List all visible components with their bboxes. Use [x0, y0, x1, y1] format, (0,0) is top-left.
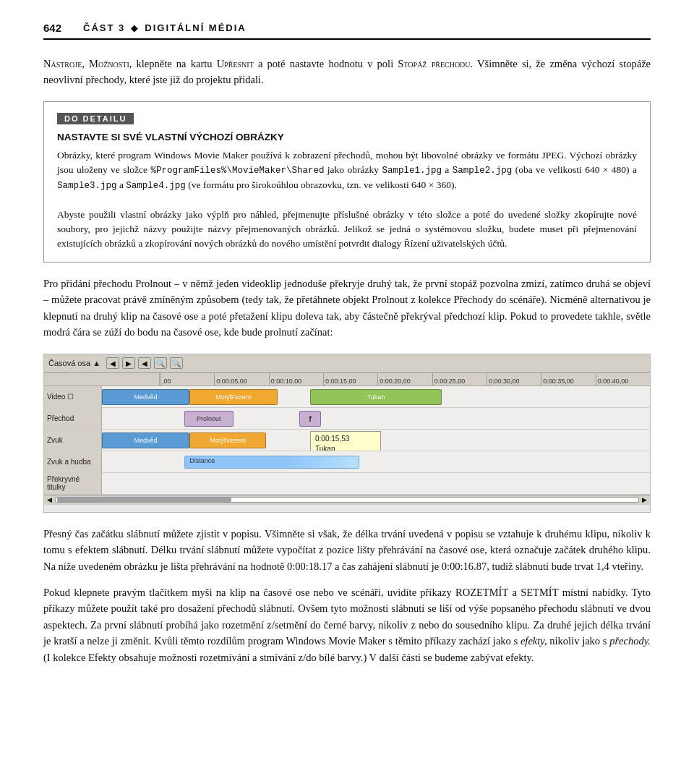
timeline-row-zvuk-hudba: Zvuk a hudba Distance	[44, 451, 650, 473]
scroll-left-arrow[interactable]: ◀	[47, 496, 52, 503]
ruler-tick-7: 0:00:35,00	[541, 373, 595, 385]
detail-text-5: a	[117, 179, 127, 190]
row-content-prechod: Prolnout f	[102, 408, 650, 429]
scroll-thumb[interactable]	[57, 498, 231, 502]
ruler-tick-5: 0:00:25,00	[432, 373, 487, 385]
detail-mono-1: %ProgramFiles%\MovieMaker\Shared	[150, 166, 324, 176]
p4-setmit: SETMÍT	[520, 587, 558, 598]
ruler-tick-2: 0:00:10,00	[269, 373, 323, 385]
p4-efekty: efekty,	[520, 635, 547, 647]
row-content-zvuk-hudba: Distance	[102, 451, 650, 472]
audio-clip-medved[interactable]: Medvěd	[102, 433, 189, 448]
p4-text-1: Pokud klepnete pravým tlačítkem myši na …	[43, 587, 455, 598]
row-label-zvuk: Zvuk	[44, 430, 102, 451]
page-number: 642	[43, 22, 61, 34]
clip-tukan[interactable]: Tukan	[310, 389, 442, 405]
paragraph-4: Pokud klepnete pravým tlačítkem myši na …	[43, 584, 651, 665]
detail-box-title: NASTAVTE SI SVÉ VLASTNÍ VÝCHOZÍ OBRÁZKY	[57, 132, 637, 142]
row-label-video: Video ☐	[44, 386, 102, 407]
detail-box: DO DETAILU NASTAVTE SI SVÉ VLASTNÍ VÝCHO…	[43, 101, 651, 263]
detail-text-2: jako obrázky	[324, 164, 382, 175]
detail-text-3: a	[442, 164, 453, 175]
ruler-tick-0: ,00	[160, 373, 214, 385]
timeline-row-zvuk: Zvuk Medvěd MotýlVezero 0:00:15,53 Tukan…	[44, 430, 650, 451]
chapter-title: DIGITÁLNÍ MÉDIA	[145, 22, 247, 33]
timeline-toolbar: Časová osa ▲ ◀ ▶ ◀ 🔍 🔍	[44, 354, 650, 373]
timeline-row-titulky: Překryvné titulky	[44, 473, 650, 495]
ruler-tick-6: 0:00:30,00	[487, 373, 541, 385]
ruler-left-spacer	[102, 373, 160, 385]
detail-box-header-label: DO DETAILU	[57, 113, 134, 124]
chapter-part: ČÁST 3	[83, 22, 125, 33]
clip-medved[interactable]: Medvěd	[102, 389, 189, 405]
scroll-track[interactable]	[55, 497, 639, 503]
transition-prolnout[interactable]: Prolnout	[184, 411, 234, 427]
tl-btn-magnify2[interactable]: 🔍	[170, 357, 183, 369]
detail-box-body: Obrázky, které program Windows Movie Mak…	[57, 148, 637, 252]
row-label-prechod: Přechod	[44, 408, 102, 429]
p4-text-4: nikoliv jako s	[547, 635, 610, 647]
p4-text-5: (I kolekce Efekty obsahuje možnosti roze…	[43, 652, 534, 663]
row-content-titulky	[102, 473, 650, 494]
clip-motyl[interactable]: MotýlFezero	[189, 389, 277, 405]
p4-rozetmit: ROZETMÍT	[455, 587, 508, 598]
timeline-image: Časová osa ▲ ◀ ▶ ◀ 🔍 🔍 ,00 0:00:05,00 0:…	[43, 354, 651, 513]
detail-text-7: Abyste použili vlastní obrázky jako výpl…	[57, 209, 637, 250]
timeline-ruler: ,00 0:00:05,00 0:00:10,00 0:00:15,00 0:0…	[44, 373, 650, 386]
text-stopaz: Stopáž přechodu.	[398, 58, 473, 69]
scroll-right-arrow[interactable]: ▶	[642, 496, 647, 503]
ruler-tick-4: 0:00:20,00	[377, 373, 432, 385]
row-content-zvuk: Medvěd MotýlVezero 0:00:15,53 Tukan Stop…	[102, 430, 650, 451]
tooltip-label: Tukan	[315, 445, 335, 451]
detail-mono-5: Sample4.jpg	[126, 181, 186, 191]
paragraph-1: Nástroje, Možnosti, klepněte na kartu Up…	[43, 56, 651, 88]
tl-btn-play[interactable]: ▶	[122, 357, 135, 369]
paragraph-2: Pro přidání přechodu Prolnout – v němž j…	[43, 276, 651, 341]
tooltip-time: 0:00:15,53	[315, 435, 349, 443]
detail-mono-3: Sample2.jpg	[453, 166, 513, 176]
timeline-row-video: Video ☐ Medvěd MotýlFezero Tukan	[44, 386, 650, 408]
detail-text-6: (ve formátu pro širokoúhlou obrazovku, t…	[186, 179, 457, 190]
row-label-zvuk-hudba: Zvuk a hudba	[44, 451, 102, 472]
timeline-tooltip: 0:00:15,53 Tukan Stopáž: 0:00:24,88	[310, 431, 381, 451]
ruler-tick-8: 0:00:40,00	[596, 373, 650, 385]
tl-btn-next[interactable]: ◀	[138, 357, 151, 369]
p4-prechody: přechody.	[609, 635, 651, 647]
detail-mono-2: Sample1.jpg	[382, 166, 442, 176]
ruler-tick-3: 0:00:15,00	[323, 373, 377, 385]
tl-btn-magnify1[interactable]: 🔍	[154, 357, 167, 369]
ruler-ticks-container: ,00 0:00:05,00 0:00:10,00 0:00:15,00 0:0…	[160, 373, 650, 385]
timeline-row-prechod: Přechod Prolnout f	[44, 408, 650, 430]
diamond-icon: ◆	[131, 23, 139, 33]
row-content-video: Medvěd MotýlFezero Tukan	[102, 386, 650, 407]
transition-f[interactable]: f	[299, 411, 321, 427]
detail-text-4: (oba ve velikosti 640 × 480) a	[512, 164, 637, 175]
text-nastroje: Nástroje, Možnosti,	[43, 58, 132, 69]
chapter-label: ČÁST 3 ◆ DIGITÁLNÍ MÉDIA	[83, 22, 247, 33]
audio-distance-label: Distance	[189, 457, 215, 464]
ruler-tick-1: 0:00:05,00	[214, 373, 268, 385]
detail-mono-4: Sample3.jpg	[57, 181, 117, 191]
text-upresnit: Upřesnit	[217, 58, 254, 69]
row-label-titulky: Překryvné titulky	[44, 473, 102, 494]
p4-text-2: a	[508, 587, 520, 598]
paragraph-3: Přesný čas začátku slábnutí můžete zjist…	[43, 526, 651, 574]
timeline-toolbar-label: Časová osa ▲	[48, 359, 100, 367]
audio-clip-motyl[interactable]: MotýlVezero	[189, 433, 266, 448]
tl-btn-prev[interactable]: ◀	[106, 357, 119, 369]
page-header: 642 ČÁST 3 ◆ DIGITÁLNÍ MÉDIA	[43, 22, 651, 40]
timeline-scrollbar[interactable]: ◀ ▶	[44, 495, 650, 505]
